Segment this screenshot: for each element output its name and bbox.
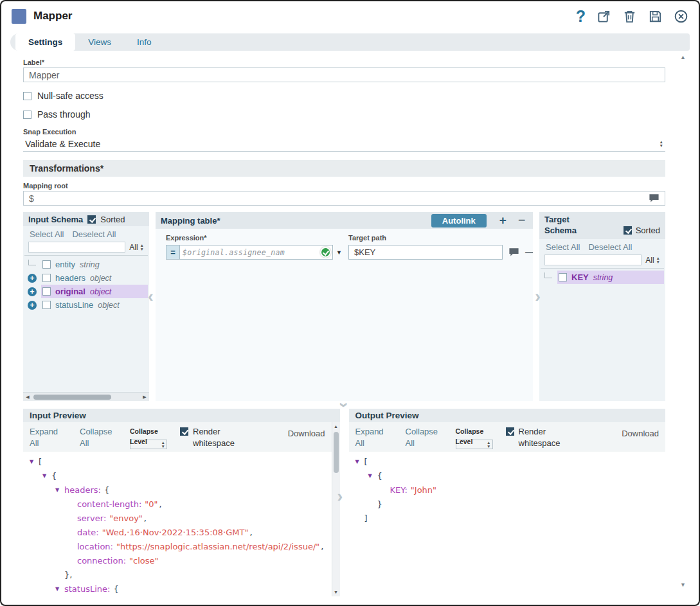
spinner-icon[interactable]: ▲▼ [140, 244, 144, 251]
output-collapse-all-link[interactable]: Collapse All [406, 426, 443, 449]
schema-item-checkbox[interactable] [42, 301, 51, 309]
collapse-target-schema-handle[interactable]: › [535, 288, 541, 305]
titlebar: Mapper ? [1, 1, 699, 31]
output-download-link[interactable]: Download [622, 426, 659, 438]
pass-through-checkbox[interactable] [23, 111, 31, 119]
tab-views[interactable]: Views [75, 33, 124, 51]
json-line: ▼headers:{ [24, 483, 330, 497]
json-line: location:"https://snaplogic.atlassian.ne… [24, 539, 330, 553]
snap-execution-value: Validate & Execute [25, 139, 100, 149]
comment-bubble-icon[interactable] [649, 193, 660, 203]
vscroll-up-arrow[interactable]: ▲ [334, 422, 338, 431]
schema-item-entity[interactable]: entitystring [23, 258, 149, 271]
expand-plus-icon[interactable]: + [23, 285, 41, 298]
output-expand-all-link[interactable]: Expand All [355, 426, 393, 449]
target-schema-sorted-checkbox[interactable] [624, 226, 632, 235]
schema-item-headers[interactable]: +headersobject [23, 271, 149, 285]
target-schema-filter-input[interactable] [544, 254, 642, 265]
expand-plus-icon[interactable]: + [23, 298, 41, 312]
schema-item-label[interactable]: entitystring [41, 258, 148, 271]
remove-mapping-row-button[interactable]: − [518, 213, 525, 227]
delete-row-button[interactable]: — [525, 247, 533, 258]
collapse-preview-handle[interactable]: › [337, 488, 343, 504]
input-preview-panel: Input Preview Expand All Collapse All Co… [23, 409, 340, 596]
expression-toggle-button[interactable]: = [166, 245, 180, 259]
autolink-button[interactable]: Autolink [431, 214, 487, 227]
spinner-icon[interactable]: ▲▼ [656, 256, 660, 264]
help-icon[interactable]: ? [576, 8, 586, 24]
scroll-down-arrow[interactable]: ▼ [680, 582, 686, 588]
json-collapse-arrow[interactable]: ▼ [55, 487, 64, 493]
add-mapping-row-button[interactable]: + [499, 213, 507, 227]
snap-execution-select[interactable]: Validate & Execute ▲▼ [23, 137, 665, 152]
scroll-up-arrow[interactable]: ▲ [680, 55, 686, 60]
input-collapse-all-link[interactable]: Collapse All [80, 426, 117, 449]
json-collapse-arrow[interactable]: ▼ [368, 473, 377, 479]
schema-item-checkbox[interactable] [42, 260, 51, 269]
output-render-whitespace-checkbox[interactable] [506, 427, 514, 436]
json-collapse-arrow[interactable]: ▼ [42, 473, 51, 479]
input-render-whitespace-checkbox[interactable] [180, 427, 188, 436]
close-icon[interactable] [674, 9, 688, 24]
expand-plus-icon[interactable]: + [28, 274, 37, 283]
collapse-mapping-table-handle[interactable]: › [336, 402, 353, 408]
label-input[interactable]: Mapper [23, 67, 665, 82]
schema-item-checkbox[interactable] [559, 273, 567, 281]
schema-item-label[interactable]: headersobject [41, 271, 148, 285]
spinner-icon[interactable]: ▲▼ [660, 140, 663, 148]
input-schema-select-all-link[interactable]: Select All [30, 229, 64, 239]
expand-plus-icon[interactable]: + [28, 301, 37, 310]
schema-item-checkbox[interactable] [42, 274, 51, 282]
json-collapse-arrow[interactable]: ▼ [55, 586, 64, 592]
input-schema-hscrollbar[interactable]: ◀ ▶ [23, 392, 149, 401]
expand-plus-icon[interactable]: + [23, 271, 41, 285]
input-schema-filter-scope[interactable]: All ▲▼ [129, 243, 144, 252]
target-schema-select-all-link[interactable]: Select All [546, 242, 580, 252]
target-schema-deselect-all-link[interactable]: Deselect All [588, 242, 632, 252]
schema-item-statusLine[interactable]: +statusLineobject [23, 298, 149, 312]
target-schema-header: Target Schema Sorted [539, 212, 665, 239]
target-path-input[interactable]: $KEY [348, 245, 503, 260]
input-download-link[interactable]: Download [288, 426, 325, 438]
input-schema-sorted-checkbox[interactable] [87, 215, 96, 224]
vscroll-track[interactable] [332, 431, 340, 588]
comment-bubble-icon[interactable] [508, 247, 519, 257]
trash-icon[interactable] [622, 9, 637, 24]
input-expand-all-link[interactable]: Expand All [30, 426, 67, 449]
null-safe-access-checkbox[interactable] [23, 92, 31, 100]
json-line: ] [350, 511, 665, 525]
json-collapse-arrow[interactable]: ▼ [355, 459, 364, 465]
tab-settings[interactable]: Settings [15, 33, 75, 51]
null-safe-access-row: Null-safe access [23, 91, 665, 101]
expression-dropdown-caret[interactable]: ▼ [336, 249, 342, 256]
input-schema-deselect-all-link[interactable]: Deselect All [72, 229, 116, 239]
schema-item-label[interactable]: statusLineobject [41, 298, 148, 312]
schema-item-label[interactable]: KEYstring [557, 271, 664, 284]
input-schema-filter-input[interactable] [28, 242, 125, 253]
target-schema-filter-scope[interactable]: All ▲▼ [645, 256, 660, 265]
expand-plus-icon[interactable]: + [28, 287, 37, 296]
hscroll-track[interactable] [32, 393, 140, 401]
hscroll-left-arrow[interactable]: ◀ [23, 395, 32, 400]
preview-panels: Input Preview Expand All Collapse All Co… [23, 409, 665, 596]
save-icon[interactable] [648, 9, 663, 24]
output-preview-title: Output Preview [349, 409, 666, 422]
json-collapse-arrow[interactable]: ▼ [30, 459, 39, 465]
expression-input[interactable]: =$original.assignee_nam [166, 245, 333, 260]
mapping-root-input[interactable]: $ [23, 191, 665, 206]
schema-item-original[interactable]: +originalobject [23, 285, 149, 298]
tab-info[interactable]: Info [124, 33, 165, 51]
schema-item-checkbox[interactable] [42, 287, 51, 296]
vscroll-down-arrow[interactable]: ▼ [334, 588, 338, 596]
json-punctuation: { [104, 485, 109, 495]
schema-item-label[interactable]: originalobject [41, 285, 148, 298]
collapse-input-schema-handle[interactable]: ‹ [148, 288, 154, 305]
input-preview-vscrollbar[interactable]: ▲ ▼ [332, 422, 340, 596]
hscroll-thumb[interactable] [33, 395, 111, 400]
hscroll-right-arrow[interactable]: ▶ [140, 395, 149, 400]
vscroll-thumb[interactable] [334, 432, 339, 473]
target-schema-filter-row: All ▲▼ [541, 254, 664, 269]
json-line: server:"envoy", [24, 511, 330, 525]
schema-item-KEY[interactable]: KEYstring [539, 271, 665, 284]
open-preview-icon[interactable] [597, 9, 611, 24]
